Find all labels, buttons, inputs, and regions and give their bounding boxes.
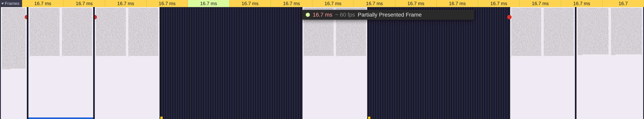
red-marker-icon xyxy=(507,15,512,19)
frame-screenshot[interactable]: Lorem ipsum dolor sit amet, consectetur … xyxy=(28,7,94,119)
frame-cell[interactable]: 16.7 xyxy=(602,0,644,7)
frame-cell[interactable]: 16.7 ms xyxy=(561,0,602,7)
frame-cell[interactable]: 16.7 ms xyxy=(312,0,354,7)
frame-screenshot[interactable]: Lorem ipsum dolor sit amet, consectetur … xyxy=(94,7,160,119)
stripe-pattern xyxy=(368,7,509,119)
frames-track: Frames 16.7 ms 16.7 ms 16.7 ms 16.7 ms 1… xyxy=(0,0,644,119)
tooltip-swatch-icon xyxy=(306,13,310,17)
progress-bar xyxy=(28,118,93,119)
stripe-pattern xyxy=(160,7,302,119)
frame-tick-icon xyxy=(368,117,370,119)
frame-screenshot[interactable]: Lorem ipsum dolor sit amet, consectetur … xyxy=(576,7,644,119)
tooltip-duration: 16.7 ms xyxy=(313,10,332,20)
frame-cell[interactable]: 16.7 ms xyxy=(437,0,478,7)
tooltip-label: Partially Presented Frame xyxy=(358,10,422,20)
frame-cell[interactable]: 16.7 ms xyxy=(478,0,520,7)
frame-gap[interactable] xyxy=(160,7,302,119)
frames-label: Frames xyxy=(5,0,20,7)
frame-cell[interactable]: 16.7 ms xyxy=(64,0,105,7)
frame-cell[interactable]: 16.7 ms xyxy=(395,0,437,7)
frames-track-header[interactable]: Frames xyxy=(0,0,22,7)
tooltip-fps: ~ 60 fps xyxy=(335,10,355,20)
screenshots-row: Lorem ipsum dolor sit amet, consectetur … xyxy=(0,7,644,119)
red-marker-icon xyxy=(25,15,28,19)
frame-cell[interactable]: 16.7 ms xyxy=(230,0,271,7)
frame-cell[interactable]: 16.7 ms xyxy=(354,0,395,7)
frame-cell[interactable]: 16.7 ms xyxy=(105,0,146,7)
frames-header-row: Frames 16.7 ms 16.7 ms 16.7 ms 16.7 ms 1… xyxy=(0,0,644,7)
frame-gap[interactable] xyxy=(368,7,509,119)
frame-cell[interactable]: 16.7 ms xyxy=(22,0,64,7)
frame-cell[interactable]: 16.7 ms xyxy=(146,0,188,7)
disclosure-triangle-icon[interactable] xyxy=(1,3,4,4)
frame-cell[interactable]: 16.7 ms xyxy=(271,0,312,7)
frame-tick-icon xyxy=(160,117,163,119)
frame-tooltip: 16.7 ms ~ 60 fps Partially Presented Fra… xyxy=(302,10,474,20)
frame-screenshot[interactable]: Lorem ipsum dolor sit amet, consectetur … xyxy=(302,7,368,119)
frame-cell[interactable]: 16.7 ms xyxy=(520,0,561,7)
frame-cell-partial[interactable]: 16.7 ms xyxy=(188,0,230,7)
frame-screenshot[interactable]: Lorem ipsum dolor sit amet, consectetur … xyxy=(0,7,28,119)
frame-screenshot[interactable]: Lorem ipsum dolor sit amet, consectetur … xyxy=(509,7,576,119)
